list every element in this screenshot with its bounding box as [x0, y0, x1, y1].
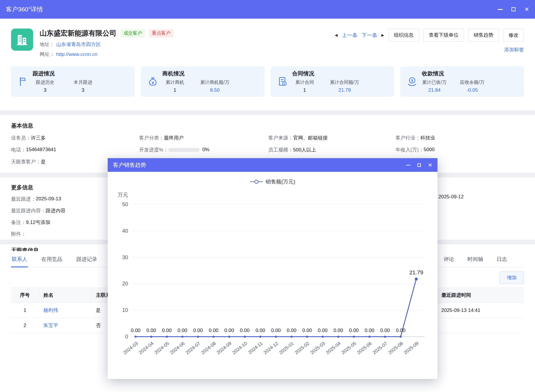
field-label: 客户来源： — [268, 135, 293, 141]
svg-text:0.00: 0.00 — [302, 328, 312, 333]
tab-logs[interactable]: 日志 — [496, 256, 508, 267]
modal-titlebar[interactable]: 客户销售趋势 ✕ — [108, 158, 437, 172]
stat-label: 累计合同额/万 — [330, 80, 359, 86]
modal-maximize-icon[interactable] — [417, 163, 421, 167]
svg-text:2025-07: 2025-07 — [372, 341, 388, 355]
tab-comments[interactable]: 评论 — [443, 256, 455, 267]
next-record-link[interactable]: 下一条 — [362, 32, 377, 39]
next-arrow-icon[interactable]: ▶ — [381, 33, 384, 37]
stat-label: 本月跟进 — [74, 80, 92, 86]
maximize-icon[interactable] — [511, 7, 515, 11]
contract-icon: ¥ — [276, 76, 289, 87]
add-contact-button[interactable]: 增加 — [499, 271, 524, 284]
svg-text:0.00: 0.00 — [193, 328, 203, 333]
progress-bar — [168, 148, 200, 152]
website-label: 网址： — [40, 51, 54, 58]
field-label: 天眼查客户： — [11, 158, 41, 165]
window-title: 客户360°详情 — [6, 5, 43, 13]
stat-value: 3 — [82, 87, 84, 93]
add-tag-link[interactable]: 添加标签 — [504, 46, 524, 53]
key-customer-badge: 重点客户 — [149, 29, 173, 38]
prev-record-link[interactable]: 上一条 — [342, 32, 357, 39]
field-value: 官网、邮箱链接 — [293, 135, 328, 141]
cell-index: 1 — [11, 303, 39, 318]
stat-label: 累计已收/万 — [422, 80, 447, 86]
contact-name-link[interactable]: 杨利伟 — [43, 308, 58, 313]
sales-trend-button[interactable]: 销售趋势 — [468, 29, 499, 42]
cell-last-followup-time — [437, 318, 524, 333]
svg-text:2024-04: 2024-04 — [138, 341, 155, 355]
org-info-button[interactable]: 组织信息 — [388, 29, 419, 42]
field-progress: 开发进度%：0% — [139, 146, 268, 153]
building-icon — [11, 29, 33, 51]
stat-label: 累计商机额/万 — [200, 80, 229, 86]
cell-index: 2 — [11, 318, 39, 333]
modal-close-icon[interactable]: ✕ — [428, 163, 432, 168]
svg-text:10: 10 — [122, 307, 128, 313]
stat-item: 应收余额/万 -0.05 — [460, 80, 485, 93]
svg-text:万元: 万元 — [118, 192, 128, 198]
field-source: 客户来源：官网、邮箱链接 — [268, 135, 396, 141]
minimize-icon[interactable] — [498, 9, 503, 10]
stat-item: 累计合同额/万 21.79 — [330, 80, 359, 93]
close-icon[interactable]: ✕ — [524, 6, 529, 12]
field-label: 员工规模： — [268, 146, 293, 153]
stat-title: 跟进情况 — [33, 70, 95, 77]
svg-text:2025-05: 2025-05 — [341, 341, 357, 355]
modal-title: 客户销售趋势 — [113, 161, 146, 169]
tab-followup-records[interactable]: 跟进记录 — [76, 256, 98, 267]
svg-text:2024-09: 2024-09 — [216, 341, 232, 355]
svg-text:0.00: 0.00 — [271, 328, 281, 333]
tab-competitors[interactable]: 在用竞品 — [41, 256, 63, 267]
field-industry: 客户行业：科技业 — [396, 135, 524, 141]
field-label: 客户行业： — [396, 135, 420, 141]
field-value: 是 — [41, 158, 46, 165]
contact-name-link[interactable]: 朱宝平 — [43, 323, 58, 328]
tabs-right-group: 录 评论 时间轴 日志 — [424, 256, 524, 267]
svg-text:2025-03: 2025-03 — [309, 341, 326, 355]
stat-label: 累计合同 — [295, 80, 314, 86]
stat-item: 本月跟进 3 — [70, 80, 95, 93]
field-value: 2025-09-13 — [36, 196, 61, 202]
address-link[interactable]: 山东省青岛市四方区 — [56, 41, 101, 48]
prev-arrow-icon[interactable]: ◀ — [335, 33, 338, 37]
col-index: 序号 — [11, 288, 39, 303]
svg-text:40: 40 — [122, 228, 128, 234]
address-label: 地址： — [40, 41, 54, 48]
stat-cards-row: 跟进情况 跟进历史 3 本月跟进 3 ¥ — [11, 66, 524, 97]
field-value: 科技业 — [420, 135, 435, 141]
stat-value: 1 — [303, 87, 306, 93]
svg-text:0.00: 0.00 — [365, 328, 374, 333]
tab-timeline[interactable]: 时间轴 — [467, 256, 484, 267]
field-label: 最近跟进： — [11, 196, 36, 202]
website-link[interactable]: http://www.ccnn.cn — [56, 52, 98, 57]
sales-trend-chart: 万元010203040502024-032024-042024-052024-0… — [108, 189, 437, 376]
svg-text:0: 0 — [125, 334, 128, 340]
field-label: 开发进度%： — [139, 146, 168, 153]
svg-text:0.00: 0.00 — [334, 328, 343, 333]
stat-title: 收款情况 — [422, 70, 485, 77]
company-name: 山东盛宏新能源有限公司 — [40, 29, 116, 38]
opportunity-stat-card: ¥ 商机情况 累计商机 1 累计商机额/万 8.50 — [141, 66, 265, 97]
svg-text:0.00: 0.00 — [380, 328, 390, 333]
deal-status-badge: 成交客户 — [121, 29, 145, 38]
stat-item: 累计商机额/万 8.50 — [200, 80, 229, 93]
svg-text:¥: ¥ — [411, 79, 413, 83]
chart-legend[interactable]: 销售额(万元) — [108, 178, 437, 185]
field-label: 客户分类： — [139, 135, 164, 141]
svg-text:0.00: 0.00 — [162, 328, 172, 333]
stat-title: 商机情况 — [162, 70, 229, 77]
edit-button[interactable]: 修改 — [503, 29, 524, 42]
legend-line-marker-icon — [250, 179, 263, 184]
svg-text:0.00: 0.00 — [287, 328, 296, 333]
field-label: 备注： — [11, 219, 26, 226]
modal-minimize-icon[interactable] — [406, 165, 410, 165]
svg-text:2024-11: 2024-11 — [247, 341, 263, 355]
svg-text:0.00: 0.00 — [256, 328, 265, 333]
sub-units-button[interactable]: 查看下级单位 — [423, 29, 464, 42]
stat-value: -0.05 — [467, 87, 478, 93]
tab-contacts[interactable]: 联系人 — [11, 256, 28, 267]
field-owner: 业务员：许三多 — [11, 135, 139, 141]
field-value: 最终用户 — [164, 135, 184, 141]
modal-window-controls: ✕ — [406, 163, 432, 168]
